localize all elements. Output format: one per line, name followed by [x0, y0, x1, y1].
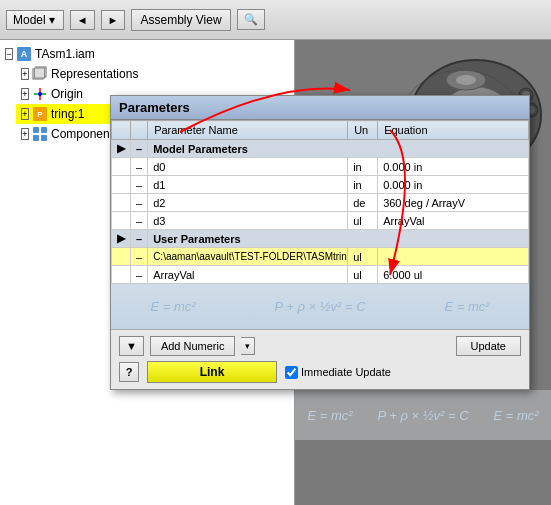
param-name-d0[interactable]: d0: [148, 158, 348, 176]
row-arrow: [112, 176, 131, 194]
svg-text:A: A: [21, 49, 28, 59]
section-model-parameters: ▶ – Model Parameters: [112, 140, 529, 158]
col-arrow-header: [112, 121, 131, 140]
param-equation-d1[interactable]: 0.000 in: [378, 176, 529, 194]
origin-icon: [32, 86, 48, 102]
filter-button[interactable]: ▼: [119, 336, 144, 356]
immediate-update-checkbox[interactable]: [285, 366, 298, 379]
row-arrow: [112, 194, 131, 212]
formula-2: P + ρ × ½v² = C: [377, 408, 468, 423]
param-equation-d0[interactable]: 0.000 in: [378, 158, 529, 176]
svg-point-7: [38, 92, 42, 96]
table-row-arrayval[interactable]: – ArrayVal ul 6.000 ul: [112, 266, 529, 284]
table-row[interactable]: – d3 ul ArrayVal: [112, 212, 529, 230]
section-label: User Parameters: [148, 230, 529, 248]
model-dropdown[interactable]: Model ▾: [6, 10, 64, 30]
section-dash: –: [131, 140, 148, 158]
col-unit-header: Un: [348, 121, 378, 140]
representations-label: Representations: [51, 67, 138, 81]
assembly-view-button[interactable]: Assembly View: [131, 9, 230, 31]
param-name-d3[interactable]: d3: [148, 212, 348, 230]
params-table-wrapper[interactable]: Parameter Name Un Equation ▶ – Model Par…: [111, 120, 529, 284]
param-equation-arrayval[interactable]: 6.000 ul: [378, 266, 529, 284]
svg-rect-11: [41, 127, 47, 133]
formula-watermark-area: E = mc² P + ρ × ½v² = C E = mc²: [111, 284, 529, 329]
formula-3: E = mc²: [493, 408, 538, 423]
param-equation-d3[interactable]: ArrayVal: [378, 212, 529, 230]
param-name-arrayval[interactable]: ArrayVal: [148, 266, 348, 284]
table-row-filepath[interactable]: – C:\aaman\aavault\TEST-FOLDER\TASMtring…: [112, 248, 529, 266]
buttons-row-1: ▼ Add Numeric ▾ Update: [119, 336, 521, 356]
forward-icon: ►: [108, 14, 119, 26]
svg-rect-12: [33, 135, 39, 141]
table-row[interactable]: – d1 in 0.000 in: [112, 176, 529, 194]
back-icon: ◄: [77, 14, 88, 26]
section-arrow: ▶: [112, 230, 131, 248]
col-param-name-header: Parameter Name: [148, 121, 348, 140]
dialog-title: Parameters: [111, 96, 529, 120]
svg-rect-10: [33, 127, 39, 133]
representations-icon: [32, 66, 48, 82]
dropdown-arrow-icon: ▾: [245, 341, 250, 351]
update-button[interactable]: Update: [456, 336, 521, 356]
help-button[interactable]: ?: [119, 362, 139, 382]
svg-point-17: [456, 75, 476, 85]
model-dropdown-arrow: ▾: [49, 13, 55, 27]
search-icon: 🔍: [244, 13, 258, 26]
pattern-icon: [32, 126, 48, 142]
section-user-parameters: ▶ – User Parameters: [112, 230, 529, 248]
formula-wm-2: P + ρ × ½v² = C: [274, 299, 365, 314]
row-dash: –: [131, 212, 148, 230]
root-label: TAsm1.iam: [35, 47, 95, 61]
param-unit-arrayval: ul: [348, 266, 378, 284]
param-equation-filepath[interactable]: [378, 248, 529, 266]
svg-rect-13: [41, 135, 47, 141]
row-dash: –: [131, 248, 148, 266]
param-name-filepath[interactable]: C:\aaman\aavault\TEST-FOLDER\TASMtring.i…: [148, 248, 348, 266]
param-name-d1[interactable]: d1: [148, 176, 348, 194]
add-numeric-button[interactable]: Add Numeric: [150, 336, 236, 356]
link-row: ? Link Immediate Update: [119, 361, 521, 383]
table-row[interactable]: – d0 in 0.000 in: [112, 158, 529, 176]
expand-tring1[interactable]: [18, 107, 32, 121]
param-unit-d0: in: [348, 158, 378, 176]
col-equation-header: Equation: [378, 121, 529, 140]
param-equation-d2[interactable]: 360 deg / ArrayV: [378, 194, 529, 212]
formula-wm-3: E = mc²: [444, 299, 489, 314]
expand-representations[interactable]: [18, 67, 32, 81]
svg-rect-4: [35, 68, 45, 78]
asm-icon: A: [16, 46, 32, 62]
tree-item-representations[interactable]: Representations: [16, 64, 294, 84]
tree-item-root[interactable]: A TAsm1.iam: [0, 44, 294, 64]
svg-text:P: P: [37, 110, 43, 119]
immediate-update-text: Immediate Update: [301, 366, 391, 378]
formula-1: E = mc²: [307, 408, 352, 423]
param-unit-d3: ul: [348, 212, 378, 230]
forward-button[interactable]: ►: [101, 10, 126, 30]
origin-label: Origin: [51, 87, 83, 101]
params-table: Parameter Name Un Equation ▶ – Model Par…: [111, 120, 529, 284]
section-label: Model Parameters: [148, 140, 529, 158]
param-unit-d1: in: [348, 176, 378, 194]
section-dash: –: [131, 230, 148, 248]
row-dash: –: [131, 158, 148, 176]
expand-origin[interactable]: [18, 87, 32, 101]
row-dash: –: [131, 176, 148, 194]
part-icon: P: [32, 106, 48, 122]
search-button[interactable]: 🔍: [237, 9, 265, 30]
model-label: Model: [13, 13, 46, 27]
row-dash: –: [131, 266, 148, 284]
row-arrow: [112, 248, 131, 266]
param-name-d2[interactable]: d2: [148, 194, 348, 212]
immediate-update-label: Immediate Update: [285, 366, 391, 379]
formula-wm-1: E = mc²: [150, 299, 195, 314]
link-button[interactable]: Link: [147, 361, 277, 383]
add-numeric-dropdown[interactable]: ▾: [241, 337, 255, 355]
table-row[interactable]: – d2 de 360 deg / ArrayV: [112, 194, 529, 212]
expand-component-pattern[interactable]: [18, 127, 32, 141]
back-button[interactable]: ◄: [70, 10, 95, 30]
parameters-dialog: Parameters Parameter Name Un Equation ▶ …: [110, 95, 530, 390]
col-dash-header: [131, 121, 148, 140]
row-arrow: [112, 212, 131, 230]
expand-root[interactable]: [2, 47, 16, 61]
